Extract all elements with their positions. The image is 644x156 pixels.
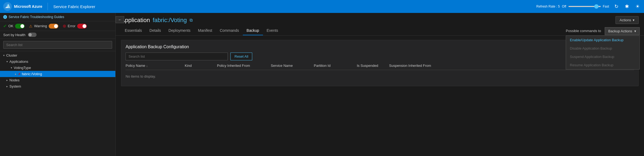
dropdown-chevron-icon: ▾ xyxy=(634,29,636,33)
content-header: Application fabric:/Voting ⧉ Actions ▾ E… xyxy=(116,13,644,36)
warning-toggle-knob xyxy=(54,24,58,28)
copy-icon[interactable]: ⧉ xyxy=(190,18,193,23)
disable-backup-item: Disable Application Backup xyxy=(566,44,639,53)
warning-triangle-icon: ⚠ xyxy=(29,24,33,28)
refresh-rate-label: Refresh Rate : 5 xyxy=(536,5,560,8)
reset-all-button[interactable]: Reset All xyxy=(230,53,252,60)
sidebar-search-input[interactable] xyxy=(3,41,112,49)
nav-divider xyxy=(48,3,48,10)
chevron-right-icon: ▸ xyxy=(6,79,8,82)
col-policy-inherited: Policy Inherited From xyxy=(217,64,271,68)
col-service-name: Service Name xyxy=(271,64,314,68)
ok-label: OK xyxy=(8,24,13,28)
top-navbar: Microsoft Azure Service Fabric Explorer … xyxy=(0,0,644,13)
refresh-slider[interactable] xyxy=(568,6,601,7)
warning-health-item: ⚠ Warning xyxy=(29,24,58,29)
sidebar-item-nodes[interactable]: ▸ Nodes xyxy=(0,77,115,83)
settings-icon-btn[interactable]: ✱ xyxy=(624,2,630,11)
backup-actions-dropdown-button[interactable]: Backup Actions ▾ xyxy=(605,27,640,35)
collapse-sidebar-button[interactable]: ← xyxy=(116,16,124,23)
azure-logo-icon xyxy=(3,2,12,11)
ok-health-item: ✔ OK xyxy=(3,23,25,29)
theme-toggle-btn[interactable]: ☀ xyxy=(634,2,641,11)
sidebar-item-cluster[interactable]: ▾ Cluster xyxy=(0,52,115,58)
chevron-right-icon: ▸ xyxy=(6,85,8,88)
col-policy-name: Policy Name ↓ xyxy=(126,64,185,68)
ok-toggle-knob xyxy=(20,24,24,28)
content-area: ← Application fabric:/Voting ⧉ Actions ▾… xyxy=(116,13,644,156)
sort-arrow-icon: ↓ xyxy=(146,64,148,67)
slider-thumb xyxy=(594,4,599,9)
fabric-voting-label: fabric:/Voting xyxy=(22,72,42,76)
sort-health-knob xyxy=(29,33,32,36)
resume-backup-item: Resume Application Backup xyxy=(566,61,639,69)
sidebar: i Service Fabric Troubleshooting Guides … xyxy=(0,13,116,156)
error-circle-icon: ⊗ xyxy=(63,23,66,29)
votingtype-label: VotingType xyxy=(14,66,31,70)
error-toggle-knob xyxy=(83,24,86,28)
col-is-suspended: Is Suspended xyxy=(357,64,389,68)
backup-content: Application Backup Configuration Reset A… xyxy=(116,36,644,156)
app-title: Service Fabric Explorer xyxy=(53,4,533,9)
sort-health-label: Sort by Health xyxy=(3,33,25,37)
error-label: Error xyxy=(68,24,76,28)
sort-health-toggle[interactable] xyxy=(28,33,37,37)
main-layout: i Service Fabric Troubleshooting Guides … xyxy=(0,13,644,156)
applications-label: Applications xyxy=(9,60,28,64)
info-icon: i xyxy=(3,15,7,19)
backup-search-input[interactable] xyxy=(126,53,228,60)
guides-label: Service Fabric Troubleshooting Guides xyxy=(9,15,64,19)
chevron-down-icon: ▾ xyxy=(3,54,5,57)
fast-label: Fast xyxy=(603,5,609,8)
system-label: System xyxy=(9,84,21,88)
no-items-message: No items to display. xyxy=(126,71,634,82)
enable-update-backup-item[interactable]: Enable/Update Application Backup xyxy=(566,36,639,44)
nodes-label: Nodes xyxy=(9,78,20,82)
azure-brand-label: Microsoft Azure xyxy=(14,4,42,9)
sort-by-health-row: Sort by Health xyxy=(0,31,115,39)
tab-backup[interactable]: Backup xyxy=(243,26,263,35)
app-heading: Application fabric:/Voting ⧉ Actions ▾ xyxy=(121,16,639,24)
backup-actions-menu: Enable/Update Application Backup Disable… xyxy=(566,36,640,70)
backup-actions-label: Backup Actions xyxy=(608,29,632,33)
tab-manifest[interactable]: Manifest xyxy=(194,26,216,35)
nav-right: Refresh Rate : 5 Off Fast ↻ ✱ ☀ xyxy=(536,2,641,11)
backup-actions-dropdown-overlay: Possible commands to Backup Actions ▾ En… xyxy=(566,27,640,70)
actions-chevron-icon: ▾ xyxy=(633,18,635,22)
tab-commands[interactable]: Commands xyxy=(216,26,243,35)
chevron-down-icon: ▾ xyxy=(11,66,12,69)
error-toggle[interactable] xyxy=(77,24,87,29)
off-label: Off xyxy=(562,5,566,8)
error-health-item: ⊗ Error xyxy=(63,23,87,29)
sidebar-search-container xyxy=(0,39,115,51)
app-name: fabric:/Voting xyxy=(153,17,187,24)
table-header: Policy Name ↓ Kind Policy Inherited From… xyxy=(126,64,634,70)
warning-toggle[interactable] xyxy=(49,24,58,29)
warning-label: Warning xyxy=(34,24,47,28)
sidebar-item-system[interactable]: ▸ System xyxy=(0,83,115,89)
possible-commands-label: Possible commands to xyxy=(566,27,605,35)
tab-details[interactable]: Details xyxy=(146,26,165,35)
suspend-backup-item: Suspend Application Backup xyxy=(566,53,639,61)
sidebar-item-fabric-voting[interactable]: ▸ ✗ fabric:/Voting xyxy=(0,71,115,77)
cluster-label: Cluster xyxy=(6,53,17,57)
col-kind: Kind xyxy=(185,64,217,68)
sidebar-item-applications[interactable]: ▾ Applications xyxy=(0,58,115,65)
ok-toggle[interactable] xyxy=(15,24,25,29)
tab-events[interactable]: Events xyxy=(263,26,282,35)
tab-deployments[interactable]: Deployments xyxy=(165,26,194,35)
backup-section-title: Application Backup Configuration xyxy=(126,44,634,49)
troubleshooting-guides-bar[interactable]: i Service Fabric Troubleshooting Guides xyxy=(0,13,115,21)
azure-brand: Microsoft Azure xyxy=(3,2,42,11)
refresh-button[interactable]: ↻ xyxy=(613,2,620,11)
chevron-right-icon: ▸ xyxy=(15,72,16,75)
health-toggles: ✔ OK ⚠ Warning ⊗ Error xyxy=(0,21,115,31)
actions-label: Actions xyxy=(620,18,631,22)
sidebar-item-votingtype[interactable]: ▾ VotingType xyxy=(0,65,115,71)
actions-button[interactable]: Actions ▾ xyxy=(615,16,639,24)
tree-navigation: ▾ Cluster ▾ Applications ▾ VotingType ▸ … xyxy=(0,51,115,156)
col-partition-id: Partition Id xyxy=(314,64,357,68)
tab-essentials[interactable]: Essentials xyxy=(121,26,146,35)
backup-search-row: Reset All xyxy=(126,53,634,60)
backup-configuration-section: Application Backup Configuration Reset A… xyxy=(121,40,639,86)
